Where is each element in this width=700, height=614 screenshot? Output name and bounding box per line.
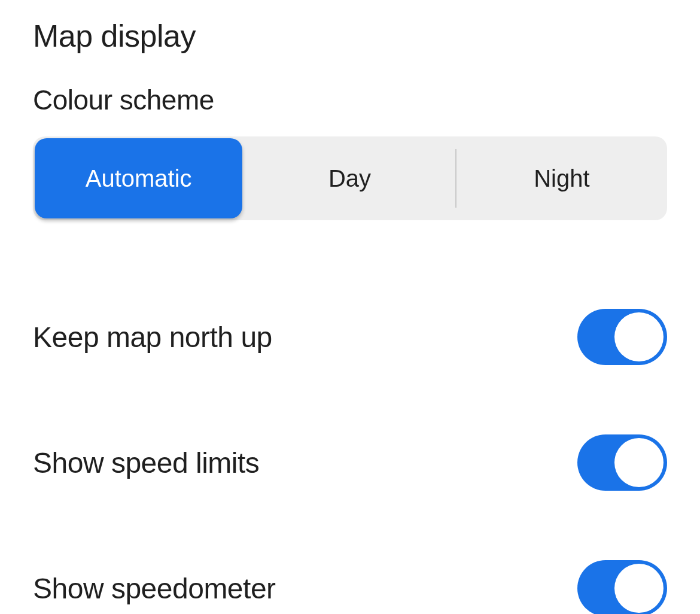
section-title: Map display	[33, 18, 667, 54]
colour-scheme-segmented[interactable]: Automatic Day Night	[33, 136, 667, 220]
toggle-knob	[614, 438, 664, 487]
setting-row-show-speed-limits: Show speed limits	[33, 400, 667, 525]
segment-day[interactable]: Day	[244, 136, 455, 220]
show-speedometer-toggle[interactable]	[577, 560, 667, 614]
toggle-knob	[614, 564, 664, 613]
setting-row-show-speedometer: Show speedometer	[33, 525, 667, 614]
show-speedometer-label: Show speedometer	[33, 572, 276, 605]
setting-row-keep-north-up: Keep map north up	[33, 274, 667, 400]
show-speed-limits-toggle[interactable]	[577, 434, 667, 491]
keep-north-up-label: Keep map north up	[33, 321, 272, 354]
toggle-knob	[614, 312, 664, 361]
segment-automatic[interactable]: Automatic	[35, 138, 242, 218]
colour-scheme-label: Colour scheme	[33, 84, 667, 116]
segment-night[interactable]: Night	[456, 136, 667, 220]
show-speed-limits-label: Show speed limits	[33, 446, 259, 479]
map-display-settings: Map display Colour scheme Automatic Day …	[0, 0, 700, 614]
keep-north-up-toggle[interactable]	[577, 309, 667, 365]
